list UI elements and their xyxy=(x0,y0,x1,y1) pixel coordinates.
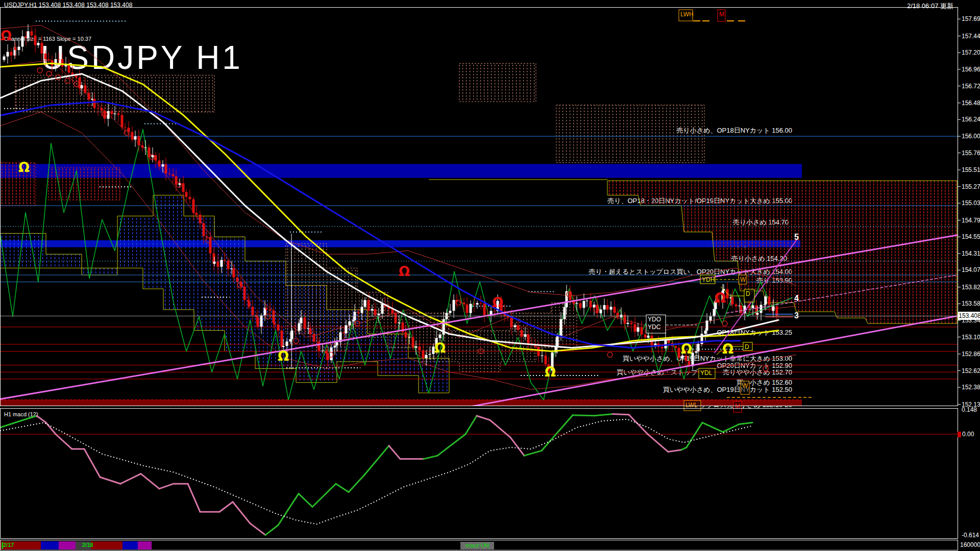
candle-body xyxy=(84,85,87,93)
candle-body xyxy=(606,305,609,310)
candle-body xyxy=(610,307,612,310)
candle-body xyxy=(281,331,283,347)
tag-box-d[interactable]: D xyxy=(743,342,752,350)
candle-body xyxy=(371,309,374,311)
tag-box-d[interactable]: D xyxy=(744,289,754,302)
candle-body xyxy=(37,43,40,45)
candle-body xyxy=(364,300,366,307)
macd-main-line xyxy=(629,415,648,434)
candle-body xyxy=(476,303,479,305)
candle-body xyxy=(398,322,401,323)
candle-body xyxy=(134,136,137,139)
candle-body xyxy=(768,296,771,305)
candle-body xyxy=(88,93,90,100)
candle-body xyxy=(117,113,120,115)
chart-canvas[interactable]: ΩΩΩΩΩΩΩΩΩΩLWHMYDHWDYDOYDCDYDLWLWLM543 xyxy=(0,0,980,551)
macd-main-line xyxy=(424,456,437,459)
svg-text:LWL: LWL xyxy=(685,402,698,409)
macd-main-line xyxy=(219,502,233,512)
candle-body xyxy=(152,155,154,157)
candle-body xyxy=(330,347,333,360)
candle-body xyxy=(361,307,363,313)
candle-body xyxy=(514,325,517,328)
tag-box-w[interactable]: W xyxy=(739,275,747,284)
svg-text:YDH: YDH xyxy=(702,276,715,283)
tag-box-ydo[interactable]: YDOYDC xyxy=(646,315,666,333)
candle-body xyxy=(124,128,127,128)
candle-body xyxy=(55,59,57,66)
candle-body xyxy=(336,342,338,346)
signal-circle-marker xyxy=(722,321,727,326)
candle-body xyxy=(58,59,60,60)
signal-circle-marker xyxy=(37,68,42,73)
candle-body xyxy=(7,52,9,57)
candle-body xyxy=(182,183,185,192)
candle-body xyxy=(706,320,708,331)
tag-box-m[interactable]: M xyxy=(718,10,725,21)
candle-body xyxy=(579,303,582,308)
candle-body xyxy=(517,325,520,330)
macd-pane xyxy=(0,414,958,535)
signal-circle-marker xyxy=(607,352,612,357)
macd-main-line xyxy=(265,525,278,535)
macd-main-line xyxy=(46,422,56,434)
tag-box-ydl[interactable]: YDL xyxy=(699,368,715,379)
macd-main-line xyxy=(595,414,612,415)
price-band xyxy=(0,164,802,178)
candle-body xyxy=(395,313,397,323)
omega-marker: Ω xyxy=(722,341,733,357)
macd-main-line xyxy=(542,415,573,451)
candle-body xyxy=(27,31,30,38)
candle-body xyxy=(731,297,734,305)
candle-body xyxy=(590,300,592,308)
candle-body xyxy=(114,113,116,114)
tag-box-m[interactable]: M xyxy=(733,402,742,412)
candle-body xyxy=(121,115,124,128)
candle-body xyxy=(168,173,171,174)
macd-main-line xyxy=(687,422,702,447)
candle-body xyxy=(97,108,100,108)
candle-body xyxy=(3,57,6,60)
candle-body xyxy=(213,262,216,264)
tag-box-w[interactable]: W xyxy=(741,381,749,394)
tag-box-lwh[interactable]: LWH xyxy=(679,10,694,21)
macd-main-line xyxy=(84,449,100,477)
candle-body xyxy=(634,324,636,332)
candle-body xyxy=(429,354,431,355)
macd-main-line xyxy=(573,415,595,416)
macd-main-line xyxy=(702,422,723,432)
point-label: 5 xyxy=(794,233,799,241)
macd-main-line xyxy=(349,475,364,492)
candle-body xyxy=(286,341,288,346)
macd-main-line xyxy=(437,434,465,456)
candle-body xyxy=(141,145,144,147)
svg-text:YDO: YDO xyxy=(648,316,661,323)
main-pane: ΩΩΩΩΩΩΩΩΩΩ xyxy=(0,21,958,407)
candle-body xyxy=(252,307,254,315)
candle-body xyxy=(614,307,616,313)
macd-main-line xyxy=(233,502,250,523)
tag-box-ydh[interactable]: YDH xyxy=(700,275,715,284)
candle-body xyxy=(637,328,640,332)
omega-marker: Ω xyxy=(278,348,289,364)
macd-main-line xyxy=(250,523,265,535)
candle-body xyxy=(524,334,527,337)
candle-body xyxy=(726,289,729,299)
candle-body xyxy=(704,331,707,334)
candle-body xyxy=(675,346,677,348)
candle-body xyxy=(269,309,272,310)
candle-body xyxy=(300,318,303,323)
candle-body xyxy=(630,323,633,324)
macd-main-line xyxy=(477,416,490,420)
chart-window[interactable]: USDJPY,H1 153.408 153.408 153.408 153.40… xyxy=(0,0,980,551)
candle-body xyxy=(313,334,315,342)
signal-circle-marker xyxy=(176,182,181,187)
candle-body xyxy=(473,304,476,305)
candle-body xyxy=(521,330,523,337)
candle-body xyxy=(243,287,246,300)
point-label: 3 xyxy=(794,311,799,320)
candle-body xyxy=(162,164,164,166)
candle-body xyxy=(44,54,47,60)
candle-body xyxy=(61,59,64,66)
candle-body xyxy=(41,43,43,54)
